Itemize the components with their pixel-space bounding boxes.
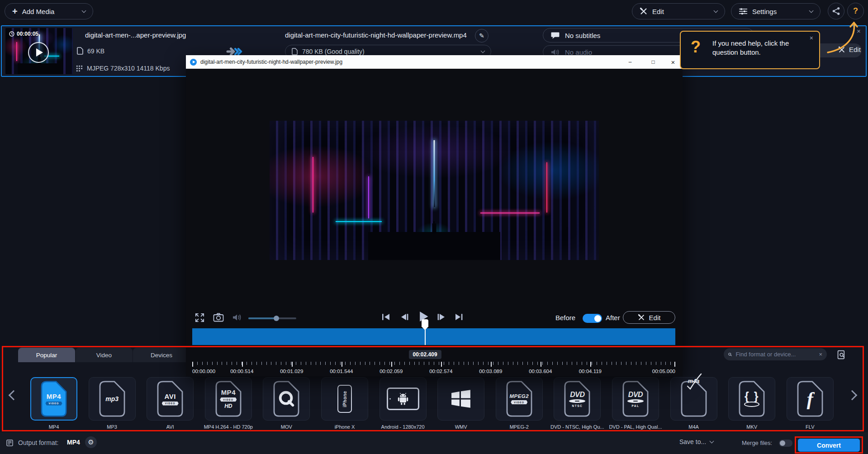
windows-flag-icon bbox=[451, 389, 471, 408]
ruler-time: 00:01.029 bbox=[280, 369, 303, 374]
merge-files-toggle[interactable] bbox=[779, 440, 792, 447]
previous-frame-button[interactable] bbox=[400, 313, 409, 323]
source-filename: digital-art-men-...aper-preview.jpg bbox=[85, 31, 186, 39]
close-icon[interactable]: × bbox=[810, 34, 813, 42]
format-card-wmv[interactable] bbox=[437, 377, 484, 421]
preview-edit-button[interactable]: Edit bbox=[623, 311, 675, 324]
ruler-time: 00:03.604 bbox=[529, 369, 552, 374]
merge-files-label: Merge files: bbox=[742, 440, 772, 446]
format-card-mpeg2[interactable]: MPEG2VIDEO bbox=[496, 377, 543, 421]
output-format-label: Output format: bbox=[18, 439, 58, 446]
source-size: 69 KB bbox=[87, 47, 104, 55]
tab-popular[interactable]: Popular bbox=[18, 348, 75, 362]
convert-button[interactable]: Convert bbox=[798, 439, 860, 452]
share-button[interactable] bbox=[828, 3, 844, 19]
format-label-dvd-pal: DVD - PAL, High Qual... bbox=[604, 424, 667, 430]
advanced-search-button[interactable] bbox=[834, 348, 850, 361]
row-edit-label: Edit bbox=[849, 46, 861, 53]
format-card-flv[interactable]: f bbox=[787, 377, 834, 421]
speech-bubble-icon bbox=[550, 32, 560, 39]
top-bar: + Add Media Edit Settings ? bbox=[0, 0, 868, 23]
timeline-bar[interactable] bbox=[192, 328, 675, 345]
preview-window-title: digital-art-men-city-futuristic-night-hd… bbox=[200, 59, 342, 65]
format-card-mp4-hd[interactable]: MP4VIDEOHD bbox=[205, 377, 252, 421]
quicktime-icon bbox=[277, 389, 296, 408]
chevron-down-icon bbox=[809, 8, 814, 13]
next-frame-button[interactable] bbox=[436, 313, 446, 323]
skip-to-end-button[interactable] bbox=[455, 313, 464, 323]
volume-slider[interactable] bbox=[248, 317, 296, 319]
format-card-mp3[interactable]: mp3 bbox=[89, 377, 136, 421]
video-preview-frame bbox=[270, 121, 599, 260]
current-time-badge: 00:02.409 bbox=[409, 350, 441, 359]
format-card-avi[interactable]: AVIVIDEO bbox=[147, 377, 194, 421]
help-button[interactable]: ? bbox=[847, 3, 864, 19]
format-settings-button[interactable]: ⚙ bbox=[85, 436, 97, 448]
format-card-iphone-x[interactable]: iPhone bbox=[321, 377, 368, 421]
format-label-mp3: MP3 bbox=[81, 424, 144, 430]
scroll-right-button[interactable] bbox=[847, 390, 858, 401]
fullscreen-button[interactable] bbox=[195, 313, 204, 324]
window-minimize-button[interactable]: – bbox=[621, 55, 640, 69]
tab-video[interactable]: Video bbox=[76, 348, 133, 362]
format-card-mkv[interactable]: { } bbox=[728, 377, 775, 421]
tooltip-line2: question button. bbox=[712, 48, 789, 57]
format-label-android: Android - 1280x720 bbox=[371, 424, 435, 430]
timeline-ruler[interactable]: 00:00.00000:00.51400:01.02900:01.54400:0… bbox=[192, 362, 675, 377]
tools-icon bbox=[838, 46, 845, 53]
format-search-input[interactable] bbox=[735, 351, 815, 358]
clip-duration: 00:00:05 bbox=[17, 31, 38, 37]
format-label-dvd-ntsc: DVD - NTSC, High Qu... bbox=[545, 424, 609, 430]
save-to-dropdown[interactable]: Save to... bbox=[679, 438, 713, 445]
app-icon bbox=[190, 59, 197, 66]
format-label-avi: AVI bbox=[138, 424, 202, 430]
tools-icon bbox=[640, 7, 648, 15]
output-quality-value: 780 KB (Good quality) bbox=[302, 48, 365, 55]
clock-icon bbox=[9, 31, 14, 37]
chevron-down-icon bbox=[481, 48, 485, 53]
scroll-left-button[interactable] bbox=[9, 390, 19, 401]
add-media-button[interactable]: + Add Media bbox=[5, 3, 93, 19]
android-icon bbox=[387, 388, 419, 410]
settings-menu-button[interactable]: Settings bbox=[731, 3, 821, 19]
play-thumbnail-button[interactable] bbox=[28, 42, 49, 63]
skip-to-start-button[interactable] bbox=[381, 313, 390, 323]
format-card-dvd-pal[interactable]: DVDPAL bbox=[612, 377, 659, 421]
question-icon: ? bbox=[853, 6, 858, 16]
add-media-label: Add Media bbox=[22, 8, 55, 15]
format-label-mp4: MP4 bbox=[22, 424, 85, 430]
plus-icon: + bbox=[12, 7, 18, 16]
volume-slider-thumb[interactable] bbox=[274, 316, 279, 321]
share-icon bbox=[832, 7, 840, 15]
output-icon bbox=[6, 440, 14, 446]
format-card-mp4[interactable]: MP4VIDEO bbox=[30, 377, 77, 421]
file-search-icon bbox=[837, 350, 847, 359]
before-label: Before bbox=[555, 314, 575, 322]
clear-search-icon[interactable]: × bbox=[819, 351, 822, 358]
format-label-mkv: MKV bbox=[720, 424, 783, 430]
ruler-time: 00:05.000 bbox=[652, 369, 675, 374]
ruler-time: 00:02.059 bbox=[379, 369, 403, 374]
subtitles-value: No subtitles bbox=[565, 32, 600, 39]
format-card-m4a[interactable]: m4a bbox=[670, 377, 717, 421]
format-card-mov[interactable] bbox=[263, 377, 310, 421]
format-label-wmv: WMV bbox=[429, 424, 493, 430]
snapshot-button[interactable] bbox=[213, 313, 224, 324]
remove-file-button[interactable]: × bbox=[857, 27, 861, 35]
format-card-android[interactable] bbox=[379, 377, 427, 421]
window-maximize-button[interactable]: □ bbox=[644, 55, 663, 69]
tab-devices[interactable]: Devices bbox=[133, 348, 190, 362]
before-after-toggle[interactable] bbox=[583, 314, 602, 323]
format-search-box[interactable]: × bbox=[724, 348, 827, 360]
format-card-dvd-ntsc[interactable]: DVDNTSC bbox=[554, 377, 601, 421]
chevron-down-icon bbox=[82, 8, 86, 13]
rename-output-button[interactable]: ✎ bbox=[475, 29, 489, 43]
preview-titlebar[interactable]: digital-art-men-city-futuristic-night-hd… bbox=[186, 55, 683, 69]
file-icon bbox=[77, 47, 83, 55]
camera-icon bbox=[213, 313, 224, 322]
format-label-flv: FLV bbox=[778, 424, 842, 430]
speaker-icon bbox=[550, 48, 560, 56]
settings-menu-label: Settings bbox=[752, 8, 777, 15]
mute-button[interactable] bbox=[232, 313, 242, 323]
edit-menu-button[interactable]: Edit bbox=[632, 3, 725, 19]
